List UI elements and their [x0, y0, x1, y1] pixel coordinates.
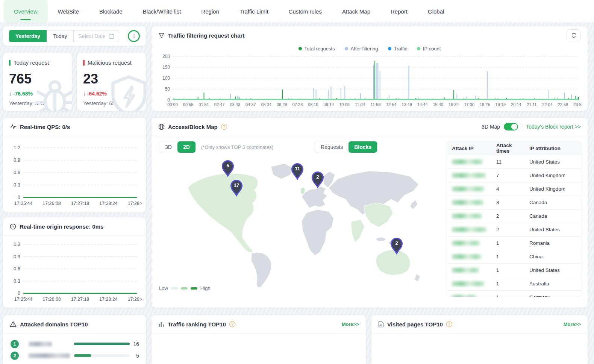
warning-triangle-icon	[10, 321, 17, 327]
legend-label: Traffic	[394, 46, 407, 52]
legend-item-traffic[interactable]: Traffic	[388, 46, 407, 52]
clock-icon	[10, 223, 16, 230]
svg-text:01:51: 01:51	[199, 102, 209, 107]
top-nav: OverviewWebSiteBlockadeBlack/White listR…	[0, 0, 594, 23]
origin-plot: 1.20.90.60.3017:25:4417:26:0817:27:1817:…	[7, 239, 142, 303]
nav-tab-report[interactable]: Report	[380, 0, 418, 23]
nav-tab-black-white-list[interactable]: Black/White list	[133, 0, 191, 23]
map-pin-united-states[interactable]: 17	[230, 179, 243, 197]
svg-text:02:47: 02:47	[214, 102, 225, 107]
legend-item-ip-count[interactable]: IP count	[417, 46, 441, 52]
svg-text:18:25: 18:25	[480, 102, 490, 107]
select-date-placeholder: Select Date	[79, 33, 106, 39]
visited-pages-more-link[interactable]: More>>	[564, 322, 581, 327]
malicious-request-value: 23	[83, 71, 140, 87]
traffic-chart-title: Traffic filtering request chart	[168, 32, 244, 39]
attack-ip-row: 7United Kingdom	[447, 168, 581, 182]
svg-text:23:55: 23:55	[573, 102, 582, 107]
attack-times-value: 4	[496, 186, 524, 192]
domain-bar-fill	[74, 343, 130, 345]
svg-text:04:37: 04:37	[245, 102, 256, 107]
attack-times-value: 2	[496, 213, 524, 219]
map-filter-blocks-button[interactable]: Blocks	[349, 141, 377, 153]
redacted-ip	[452, 187, 484, 191]
yesterday-button[interactable]: Yesterday	[9, 30, 47, 42]
map-pin-eastern-europe[interactable]: 2	[311, 171, 324, 188]
attack-ip-row: 1China	[447, 250, 581, 263]
redacted-ip	[452, 200, 483, 205]
svg-text:17:26:08: 17:26:08	[42, 297, 61, 302]
attacked-domain-row: 116	[3, 338, 146, 350]
svg-text:0.6: 0.6	[14, 170, 20, 175]
svg-text:17:26:08: 17:26:08	[42, 201, 61, 206]
map-help-icon[interactable]: ?	[221, 124, 227, 130]
pin-icon	[390, 237, 403, 255]
nav-tabs: OverviewWebSiteBlockadeBlack/White listR…	[4, 0, 454, 23]
map-3d-toggle[interactable]	[504, 123, 518, 130]
map-pin-canada[interactable]: 5	[221, 160, 235, 177]
legend-item-total-requests[interactable]: Total requests	[299, 46, 335, 52]
nav-tab-website[interactable]: WebSite	[48, 0, 89, 23]
nav-tab-region[interactable]: Region	[191, 0, 229, 23]
qps-plot: 1.20.90.60.3017:25:4417:26:0817:27:1817:…	[7, 143, 142, 207]
attack-ip-row: 1Germany	[447, 290, 581, 297]
svg-text:0.3: 0.3	[14, 278, 20, 284]
attack-times-value: 1	[496, 254, 524, 259]
nav-tab-overview[interactable]: Overview	[4, 0, 48, 23]
traffic-ranking-more-link[interactable]: More>>	[342, 322, 359, 327]
map-pin-australia[interactable]: 2	[390, 237, 403, 255]
attack-times-value: 1	[496, 267, 524, 273]
svg-text:0.6: 0.6	[14, 266, 20, 271]
svg-text:17:30: 17:30	[464, 102, 474, 107]
attack-ip-table-body[interactable]: 11United States7United Kingdom4United Ki…	[447, 155, 581, 297]
world-map[interactable]: 5171122 Low High	[158, 155, 448, 291]
svg-text:05:34: 05:34	[261, 102, 271, 107]
malicious-request-header: Malicious request	[83, 59, 140, 66]
legend-swatch-mid	[181, 287, 188, 290]
visited-pages-help-icon[interactable]: ?	[446, 321, 452, 327]
nav-tab-custom-rules[interactable]: Custom rules	[279, 0, 332, 23]
attack-count-value: 16	[133, 341, 139, 347]
attack-times-value: 1	[496, 281, 524, 287]
attack-times-value: 2	[496, 227, 524, 232]
attack-ip-row: 2United States	[447, 223, 581, 236]
traffic-ranking-title: Traffic ranking TOP10	[168, 321, 226, 328]
ip-attribution-value: China	[529, 254, 581, 259]
map-pin-united-kingdom[interactable]: 11	[291, 163, 304, 180]
pin-icon	[221, 160, 235, 177]
svg-text:100: 100	[162, 76, 170, 81]
legend-high-label: High	[200, 285, 211, 291]
map-filter-requests-button[interactable]: Requests	[315, 141, 349, 153]
today-request-header: Today request	[9, 59, 66, 66]
today-request-label: Today request	[14, 59, 49, 66]
today-request-change: ↓ -76.68%	[9, 91, 66, 97]
nav-tab-blockade[interactable]: Blockade	[89, 0, 133, 23]
map-mode-3d-button[interactable]: 3D	[159, 141, 177, 153]
refresh-button[interactable]	[567, 29, 581, 41]
domain-bar-track	[74, 343, 130, 345]
redacted-domain	[29, 353, 70, 358]
map-mode-2d-button[interactable]: 2D	[177, 141, 195, 153]
traffic-chart-card: Traffic filtering request chart Total re…	[152, 26, 588, 111]
rank-badge: 1	[11, 340, 19, 348]
attack-times-value: 7	[496, 173, 524, 178]
ip-attribution-value: Romania	[529, 240, 581, 246]
date-range-segment: Yesterday Today Select Date	[9, 30, 119, 42]
svg-text:1.2: 1.2	[14, 241, 20, 247]
nav-tab-global[interactable]: Global	[418, 0, 454, 23]
today-request-yesterday: Yesterday: 3280	[9, 100, 66, 106]
attack-times-value: 1	[496, 240, 524, 246]
nav-tab-attack-map[interactable]: Attack Map	[332, 0, 380, 23]
legend-item-after-filtering[interactable]: After filtering	[345, 46, 378, 52]
redacted-ip	[452, 173, 486, 178]
block-report-link[interactable]: Today's Block report >>	[526, 124, 581, 130]
refresh-countdown-badge: 0	[128, 30, 140, 42]
today-button[interactable]: Today	[47, 30, 73, 42]
traffic-ranking-help-icon[interactable]: ?	[229, 321, 235, 327]
map-filter-segment: Requests Blocks	[315, 141, 377, 153]
nav-tab-traffic-limit[interactable]: Traffic Limit	[229, 0, 279, 23]
refresh-icon	[571, 32, 577, 38]
redacted-ip	[452, 295, 476, 297]
ip-attribution-value: United Kingdom	[529, 186, 581, 192]
select-date-button[interactable]: Select Date	[74, 30, 119, 42]
